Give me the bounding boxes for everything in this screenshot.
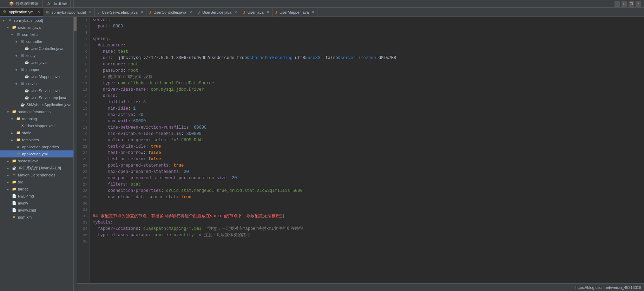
code-line-11: type: com.alibaba.druid.pool.DruidDataSo… <box>93 80 644 86</box>
code-line-16: max-active: 20 <box>93 112 644 118</box>
line-num-9: 9 <box>77 67 90 74</box>
code-content[interactable]: server: port: 8080 spring: datasource: n… <box>90 17 644 283</box>
line-num-27: 27 <box>77 181 90 188</box>
code-line-9: password: root <box>93 67 644 74</box>
code-line-30 <box>93 200 644 207</box>
tab-close-usermapper[interactable]: ✕ <box>311 10 314 14</box>
tree-com-lietu[interactable]: ▾ ⊞ com.lietu <box>0 31 73 38</box>
tree-templates[interactable]: ▸ 📁 templates <box>0 136 73 143</box>
tree-src-main-java[interactable]: ▾ 📁 src/main/java <box>0 24 73 31</box>
tab-pom-xml[interactable]: ⊞ sb-mybatis/pom.xml ✕ <box>43 8 95 17</box>
line-num-18: 18 <box>77 124 90 131</box>
tab-usermapper[interactable]: J UserMapper.java ✕ <box>272 8 318 17</box>
tree-src-test-java[interactable]: ▸ 📁 src/test/java <box>0 157 73 164</box>
src-main-java-icon: 📁 <box>11 25 17 30</box>
tree-entity[interactable]: ▾ ⊞ entity <box>0 52 73 59</box>
tree-controller[interactable]: ▾ ⊞ controller <box>0 38 73 45</box>
tab-close-userserviceimp[interactable]: ✕ <box>140 10 143 14</box>
tree-mapping[interactable]: ▾ 📁 mapping <box>0 115 73 122</box>
line-num-26: 26 <box>77 175 90 181</box>
maven-icon: M <box>11 172 17 178</box>
templates-folder-icon: 📁 <box>15 137 21 143</box>
code-line-28: connection-properties: druid.stat.mergeS… <box>93 188 644 194</box>
tree-user-java[interactable]: ☕ User.java <box>0 59 73 66</box>
tree-service[interactable]: ▾ ⊞ service <box>0 80 73 87</box>
tree-userserviceimp-java[interactable]: ☕ UserServiceImp.java <box>0 94 73 101</box>
code-line-21: test-while-idle: true <box>93 143 644 150</box>
close-button[interactable]: × <box>636 1 641 7</box>
tree-target[interactable]: ▸ 📁 target <box>0 186 73 193</box>
code-line-22: test-on-borrow: false <box>93 150 644 156</box>
maximize-button[interactable]: □ <box>622 1 627 7</box>
static-folder-icon: 📁 <box>15 130 21 136</box>
tree-mapper[interactable]: ▾ ⊞ mapper <box>0 66 73 73</box>
sidebar: ▾ ☘ sb-mybatis [boot] ▾ 📁 src/main/java … <box>0 17 74 291</box>
chevron-down-icon-2: ▾ <box>7 26 11 30</box>
package-explorer-tab[interactable]: 📦 包资源管理器 <box>6 0 42 7</box>
yaml-tree-icon: ⚙ <box>15 151 21 157</box>
tree-usermapper-java[interactable]: ☕ UserMapper.java <box>0 73 73 80</box>
sidebar-scrollbar-thumb <box>74 17 77 31</box>
tab-close-user[interactable]: ✕ <box>267 10 269 14</box>
java-icon-3: J <box>198 10 200 14</box>
code-editor[interactable]: 1 2 3 4 5 6 7 8 9 10 11 12 13 14 15 16 1… <box>77 17 644 283</box>
tree-jre[interactable]: ▸ ☕ JRE 系统库 [JavaSE-1.8] <box>0 164 73 172</box>
line-num-32: 32 <box>77 213 90 219</box>
tab-close-usercontroller[interactable]: ✕ <box>189 10 192 14</box>
java-file-icon-6: ☕ <box>20 102 25 108</box>
code-line-6: name: test <box>93 48 644 55</box>
tree-application-properties[interactable]: ≡ application.properties <box>0 143 73 150</box>
md-file-icon: 📄 <box>11 193 17 199</box>
src-folder-icon: 📁 <box>11 179 17 185</box>
code-line-36 <box>93 238 644 245</box>
java-icon-2: J <box>149 10 151 14</box>
code-line-1: server: <box>93 17 644 23</box>
tab-userserviceimp[interactable]: J UserServiceImp.java ✕ <box>95 8 146 17</box>
editor-area: 1 2 3 4 5 6 7 8 9 10 11 12 13 14 15 16 1… <box>77 17 644 291</box>
tree-usercontroller-java[interactable]: ☕ UserController.java <box>0 45 73 52</box>
tab-user[interactable]: J User.java ✕ <box>240 8 272 17</box>
line-num-14: 14 <box>77 99 90 105</box>
minimize-button[interactable]: − <box>615 1 620 7</box>
tab-close-pom[interactable]: ✕ <box>89 10 92 14</box>
line-num-1: 1 <box>77 17 90 23</box>
title-bar: 📦 包资源管理器 Ju Ju JUnit − □ ❐ × <box>0 0 644 8</box>
sidebar-tree[interactable]: ▾ ☘ sb-mybatis [boot] ▾ 📁 src/main/java … <box>0 17 73 291</box>
tree-sb-mybatis[interactable]: ▾ ☘ sb-mybatis [boot] <box>0 17 73 24</box>
tree-src[interactable]: ▸ 📁 src <box>0 179 73 186</box>
line-num-22: 22 <box>77 150 90 156</box>
sidebar-scrollbar[interactable] <box>74 17 77 291</box>
java-file-icon-5: ☕ <box>24 95 29 101</box>
tree-help-md[interactable]: 📄 HELP.md <box>0 193 73 200</box>
tree-pom-xml[interactable]: ✕ pom.xml <box>0 214 73 221</box>
tree-src-main-resources[interactable]: ▾ 📁 src/main/resources <box>0 108 73 115</box>
tree-userservice-java[interactable]: ☕ UserService.java <box>0 87 73 94</box>
tree-application-yml[interactable]: ⚙ application.yml <box>0 150 73 157</box>
tab-close-userservice[interactable]: ✕ <box>234 10 237 14</box>
tab-application-yml[interactable]: ⚙ application.yml ✕ <box>0 8 43 17</box>
tab-usercontroller[interactable]: J UserController.java ✕ <box>146 8 195 17</box>
tree-mvnw-cmd[interactable]: 📄 mvnw.cmd <box>0 207 73 214</box>
line-num-13: 13 <box>77 93 90 99</box>
tab-userservice[interactable]: J UserService.java ✕ <box>195 8 241 17</box>
line-num-21: 21 <box>77 143 90 150</box>
tree-usermapper-xml[interactable]: ✕ UserMapper.xml <box>0 122 73 129</box>
restore-button[interactable]: ❐ <box>629 1 634 7</box>
code-line-31 <box>93 207 644 213</box>
mvnw-cmd-icon: 📄 <box>11 207 17 213</box>
tree-mvnw[interactable]: 📄 mvnw <box>0 200 73 207</box>
code-line-17: max-wait: 60000 <box>93 118 644 124</box>
junit-tab[interactable]: Ju Ju JUnit <box>44 0 71 7</box>
code-line-14: initial-size: 8 <box>93 99 644 105</box>
tree-maven-deps[interactable]: ▸ M Maven Dependencies <box>0 172 73 179</box>
tree-static[interactable]: ▸ 📁 static <box>0 129 73 136</box>
line-num-28: 28 <box>77 188 90 194</box>
tab-close-application-yml[interactable]: ✕ <box>37 10 40 14</box>
line-num-20: 20 <box>77 137 90 143</box>
main-area: ▾ ☘ sb-mybatis [boot] ▾ 📁 src/main/java … <box>0 17 644 291</box>
test-folder-icon: 📁 <box>11 158 17 164</box>
tree-sbmybatisapp-java[interactable]: ☕ SbMybatisApplication.java <box>0 101 73 108</box>
line-num-6: 6 <box>77 48 90 55</box>
code-line-29: use-global-data-source-stat: true <box>93 194 644 200</box>
line-num-23: 23 <box>77 156 90 162</box>
